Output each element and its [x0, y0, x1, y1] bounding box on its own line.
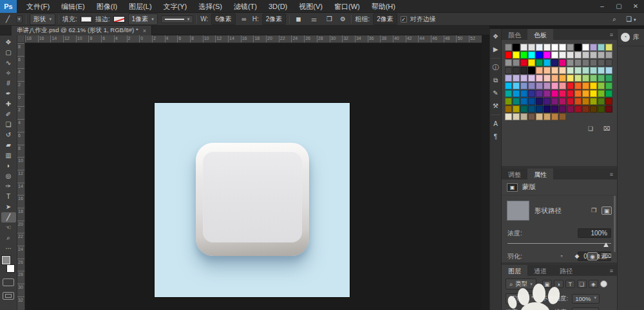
brush-tool[interactable]: ✐	[1, 109, 16, 120]
background-color-swatch[interactable]	[6, 264, 15, 273]
color-swatch[interactable]	[590, 59, 597, 66]
height-input[interactable]: 2像素	[262, 14, 287, 25]
tab-close-icon[interactable]: ×	[143, 28, 146, 34]
delete-swatch-icon[interactable]: ⌧	[601, 125, 612, 133]
color-swatch[interactable]	[528, 67, 535, 74]
hand-tool[interactable]: ☜	[1, 223, 16, 233]
color-swatch[interactable]	[528, 44, 535, 51]
canvas-area[interactable]	[25, 43, 482, 310]
eyedropper-tool[interactable]: ✒	[1, 89, 16, 99]
info-panel-icon[interactable]: ⓘ	[491, 63, 500, 71]
search-icon[interactable]: ⌕	[609, 15, 620, 23]
key-button-shape[interactable]	[196, 143, 309, 256]
color-swatch[interactable]	[605, 75, 612, 82]
color-swatch[interactable]	[598, 67, 605, 74]
screen-mode-icon[interactable]	[3, 292, 14, 300]
color-swatch[interactable]	[551, 90, 558, 97]
new-swatch-icon[interactable]: ❏	[585, 125, 596, 133]
color-swatch[interactable]	[551, 113, 558, 120]
color-swatch[interactable]	[590, 67, 597, 74]
color-swatch[interactable]	[544, 90, 551, 97]
color-swatch[interactable]	[598, 98, 605, 105]
color-swatch[interactable]	[567, 75, 574, 82]
fill-opacity-dropdown[interactable]: 100%▾	[572, 307, 600, 310]
color-swatch[interactable]	[513, 75, 520, 82]
color-swatch[interactable]	[528, 59, 535, 66]
color-swatch[interactable]	[574, 82, 582, 89]
color-swatch[interactable]	[590, 98, 597, 105]
color-swatch[interactable]	[559, 113, 566, 120]
select-path-icon[interactable]: ❒	[589, 206, 599, 215]
history-brush-tool[interactable]: ↺	[1, 130, 16, 140]
stroke-style-dropdown[interactable]: ▾	[161, 15, 194, 23]
stroke-width-dropdown[interactable]: 1像素▾	[128, 14, 158, 25]
color-swatch[interactable]	[574, 59, 582, 66]
density-value[interactable]: 100%	[578, 228, 611, 238]
color-swatch[interactable]	[505, 113, 512, 120]
path-operations-icon[interactable]: ◼	[293, 15, 303, 23]
align-edges-checkbox[interactable]: ✓	[401, 16, 407, 23]
color-swatch[interactable]	[574, 44, 582, 51]
fill-swatch[interactable]	[80, 16, 92, 23]
character-panel-icon[interactable]: A	[491, 120, 500, 128]
color-swatch[interactable]	[567, 44, 574, 51]
library-panel-header[interactable]: ◔ 库	[618, 29, 644, 46]
color-swatch[interactable]	[520, 82, 527, 89]
tab-swatches[interactable]: 色板	[527, 29, 553, 40]
color-swatch[interactable]	[559, 51, 566, 59]
link-dimensions-icon[interactable]: ∞	[239, 15, 249, 23]
tab-color[interactable]: 颜色	[502, 29, 527, 40]
color-swatch[interactable]	[544, 67, 551, 74]
tab-properties[interactable]: 属性	[527, 169, 553, 179]
color-swatch[interactable]	[574, 51, 582, 59]
color-swatch[interactable]	[574, 98, 582, 105]
color-swatch[interactable]	[598, 105, 605, 113]
color-swatch[interactable]	[513, 59, 520, 66]
menu-item[interactable]: 视图(V)	[293, 0, 328, 13]
color-swatch[interactable]	[590, 75, 597, 82]
color-swatch[interactable]	[582, 59, 589, 66]
menu-item[interactable]: 选择(S)	[193, 0, 228, 13]
document-tab[interactable]: 串讲八作业.psd @ 62.1% (形状 1, RGB/8#) * ×	[12, 26, 152, 35]
color-swatch[interactable]	[544, 82, 551, 89]
type-tool[interactable]: T	[1, 192, 16, 202]
tab-channels[interactable]: 通道	[527, 265, 553, 276]
panel-menu-icon[interactable]: ≡	[606, 29, 617, 40]
filter-shape-layers-icon[interactable]: ❏	[577, 280, 587, 288]
density-slider-thumb[interactable]	[603, 242, 609, 247]
color-swatch[interactable]	[536, 59, 543, 66]
color-swatch[interactable]	[605, 59, 612, 66]
mask-visibility-icon[interactable]: ◉	[587, 252, 598, 260]
color-swatch[interactable]	[513, 98, 520, 105]
stroke-swatch[interactable]	[113, 16, 125, 23]
color-swatch[interactable]	[590, 51, 597, 59]
paragraph-panel-icon[interactable]: ¶	[491, 132, 500, 141]
color-swatch[interactable]	[551, 59, 558, 66]
color-swatch[interactable]	[551, 75, 558, 82]
color-swatch[interactable]	[528, 98, 535, 105]
menu-item[interactable]: 图层(L)	[123, 0, 157, 13]
color-swatch[interactable]	[605, 44, 612, 51]
brush-settings-panel-icon[interactable]: ✎	[491, 89, 500, 97]
workspace-switcher-icon[interactable]: ❑ ▾	[626, 15, 636, 23]
color-swatch[interactable]	[605, 98, 612, 105]
color-swatch[interactable]	[520, 98, 527, 105]
color-swatch[interactable]	[536, 113, 543, 120]
ruler-origin-corner[interactable]	[17, 35, 25, 43]
current-tool-icon[interactable]: ╱	[3, 15, 13, 23]
color-swatch[interactable]	[536, 90, 543, 97]
edit-toolbar-icon[interactable]: ⋯	[1, 245, 16, 251]
color-swatch[interactable]	[551, 67, 558, 74]
color-swatch[interactable]	[551, 82, 558, 89]
color-swatch[interactable]	[536, 44, 543, 51]
color-swatch[interactable]	[590, 90, 597, 97]
color-swatch[interactable]	[544, 44, 551, 51]
apply-mask-icon[interactable]: ◆	[572, 252, 582, 260]
color-swatch[interactable]	[505, 59, 512, 66]
tab-layers[interactable]: 图层	[502, 265, 527, 276]
horizontal-ruler[interactable]: 1816141210864202468101214161820222426283…	[25, 35, 482, 43]
color-swatch[interactable]	[505, 67, 512, 74]
color-swatch[interactable]	[505, 51, 512, 59]
color-swatch[interactable]	[567, 98, 574, 105]
color-swatch[interactable]	[567, 82, 574, 89]
